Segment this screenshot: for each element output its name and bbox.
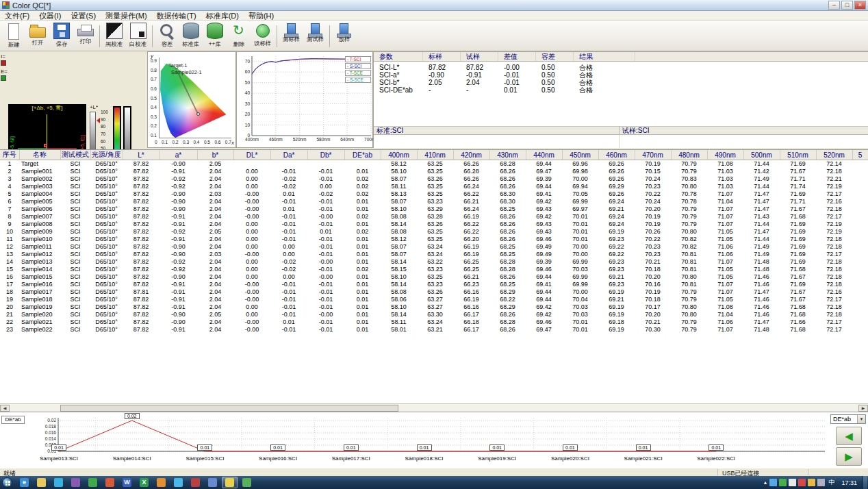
- start-button[interactable]: [2, 477, 12, 488]
- column-header[interactable]: b*: [197, 150, 233, 160]
- menu-item[interactable]: 设置(S): [66, 11, 101, 20]
- tray-expand-icon[interactable]: ▲: [763, 480, 768, 485]
- table-row[interactable]: 20Sample019SCID65/10°87.82-0.912.040.00-…: [0, 303, 868, 311]
- column-header[interactable]: L*: [123, 150, 159, 160]
- load-sample-button[interactable]: 放样: [332, 22, 356, 51]
- column-header[interactable]: 400nm: [381, 150, 417, 160]
- legend-item[interactable]: - S-SCE: [345, 77, 371, 83]
- measure-standard-button[interactable]: 测标样: [279, 22, 303, 51]
- append-library-button[interactable]: ++库: [203, 22, 227, 51]
- column-header[interactable]: 520nm: [816, 150, 852, 160]
- taskbar-app-button[interactable]: [102, 477, 118, 488]
- taskbar-excel-button[interactable]: X: [136, 477, 152, 488]
- column-header[interactable]: DE*ab: [344, 150, 381, 160]
- column-header[interactable]: 450nm: [562, 150, 598, 160]
- table-row[interactable]: 5Sample004SCID65/10°87.82-0.902.03-0.000…: [0, 190, 868, 198]
- menu-item[interactable]: 文件(F): [0, 11, 34, 20]
- table-row[interactable]: 11Sample010SCID65/10°87.82-0.912.040.00-…: [0, 236, 868, 243]
- column-header[interactable]: Db*: [307, 150, 344, 160]
- legend-item[interactable]: - T-SCI: [345, 56, 371, 62]
- table-row[interactable]: 1TargetSCID65/10°87.82-0.902.0558.1263.2…: [0, 160, 868, 168]
- tolerance-button[interactable]: 容差: [155, 22, 179, 51]
- column-header[interactable]: 480nm: [671, 150, 707, 160]
- taskbar-app-button[interactable]: [68, 477, 84, 488]
- scrollbar-thumb[interactable]: [60, 405, 398, 412]
- open-file-button[interactable]: 打开: [25, 22, 49, 51]
- column-header[interactable]: 光源/角度: [90, 150, 123, 160]
- ime-indicator[interactable]: 中: [827, 478, 836, 487]
- tray-icon[interactable]: [817, 479, 825, 486]
- new-file-button[interactable]: 新建: [1, 22, 25, 51]
- taskbar-app-button[interactable]: [153, 477, 169, 488]
- table-row[interactable]: 12Sample011SCID65/10°87.82-0.902.040.000…: [0, 243, 868, 251]
- column-header[interactable]: 470nm: [635, 150, 671, 160]
- print-button[interactable]: 打印: [73, 22, 97, 51]
- next-sample-button[interactable]: ▶: [836, 447, 862, 466]
- save-button[interactable]: 保存: [49, 22, 73, 51]
- table-row[interactable]: 23Sample022SCID65/10°87.82-0.912.04-0.00…: [0, 326, 868, 334]
- scroll-left-arrow[interactable]: ◀: [0, 405, 10, 412]
- table-row[interactable]: 6Sample005SCID65/10°87.82-0.902.04-0.00-…: [0, 198, 868, 205]
- tray-icon[interactable]: [779, 479, 787, 486]
- menu-item[interactable]: 测量操作(M): [101, 11, 152, 20]
- taskbar-word-button[interactable]: W: [119, 477, 135, 488]
- taskbar-colorqc-button[interactable]: [222, 477, 238, 488]
- black-calibration-button[interactable]: 黑校准: [102, 22, 126, 51]
- column-header[interactable]: 510nm: [780, 150, 816, 160]
- taskbar-app-button[interactable]: [239, 477, 255, 488]
- table-row[interactable]: 16Sample015SCID65/10°87.82-0.902.040.000…: [0, 273, 868, 281]
- column-header[interactable]: 序号: [0, 150, 19, 160]
- tray-icon[interactable]: [808, 479, 815, 486]
- menu-item[interactable]: 数据传输(T): [152, 11, 201, 20]
- menu-item[interactable]: 帮助(H): [244, 11, 279, 20]
- tray-icon[interactable]: [769, 479, 777, 486]
- taskbar-app-button[interactable]: [205, 477, 220, 488]
- table-row[interactable]: 3Sample002SCID65/10°87.82-0.922.040.00-0…: [0, 175, 868, 183]
- column-header[interactable]: 测试模式: [60, 150, 90, 160]
- table-row[interactable]: 19Sample018SCID65/10°87.82-0.912.04-0.00…: [0, 296, 868, 303]
- taskbar-app-button[interactable]: [188, 477, 203, 488]
- column-header[interactable]: 420nm: [453, 150, 489, 160]
- taskbar-app-button[interactable]: [85, 477, 101, 488]
- taskbar-ie-button[interactable]: e: [16, 477, 32, 488]
- column-header[interactable]: 500nm: [743, 150, 780, 160]
- delete-button[interactable]: 删除: [227, 22, 251, 51]
- table-row[interactable]: 15Sample014SCID65/10°87.82-0.922.040.00-…: [0, 266, 868, 273]
- table-row[interactable]: 4Sample003SCID65/10°87.82-0.922.040.00-0…: [0, 183, 868, 190]
- table-row[interactable]: 2Sample001SCID65/10°87.82-0.912.040.00-0…: [0, 168, 868, 175]
- legend-item[interactable]: - T-SCE: [345, 70, 371, 76]
- taskbar-media-button[interactable]: [51, 477, 66, 488]
- taskbar-clock[interactable]: 17:31: [841, 479, 857, 486]
- column-header[interactable]: a*: [159, 150, 197, 160]
- measure-sample-button[interactable]: 测试样: [303, 22, 327, 51]
- table-row[interactable]: 14Sample013SCID65/10°87.82-0.922.040.00-…: [0, 258, 868, 266]
- taskbar-explorer-button[interactable]: [34, 477, 49, 488]
- legend-item[interactable]: - S-SCI: [345, 63, 371, 69]
- tray-icon[interactable]: [789, 479, 796, 486]
- taskbar-qq-button[interactable]: [170, 477, 186, 488]
- white-calibration-button[interactable]: 白校准: [126, 22, 150, 51]
- column-header[interactable]: 490nm: [707, 150, 743, 160]
- table-row[interactable]: 22Sample021SCID65/10°87.82-0.902.04-0.00…: [0, 318, 868, 326]
- column-header[interactable]: 430nm: [489, 150, 526, 160]
- menu-item[interactable]: 仪器(I): [34, 11, 66, 20]
- column-header[interactable]: Da*: [270, 150, 307, 160]
- table-row[interactable]: 8Sample007SCID65/10°87.82-0.912.04-0.00-…: [0, 213, 868, 221]
- column-header[interactable]: 名称: [19, 150, 60, 160]
- horizontal-scrollbar[interactable]: ◀ ▶: [0, 403, 868, 412]
- show-desktop-button[interactable]: [863, 476, 867, 489]
- table-row[interactable]: 13Sample012SCID65/10°87.82-0.902.03-0.00…: [0, 251, 868, 258]
- table-row[interactable]: 18Sample017SCID65/10°87.81-0.912.04-0.00…: [0, 288, 868, 296]
- trend-metric-selector[interactable]: DE*ab ▼: [830, 414, 866, 424]
- table-row[interactable]: 17Sample016SCID65/10°87.82-0.912.04-0.00…: [0, 281, 868, 288]
- maximize-button[interactable]: □: [841, 1, 853, 10]
- column-header[interactable]: 5: [852, 150, 868, 160]
- table-row[interactable]: 21Sample020SCID65/10°87.82-0.902.050.00-…: [0, 311, 868, 318]
- standard-library-button[interactable]: 标准库: [179, 22, 203, 51]
- table-row[interactable]: 7Sample006SCID65/10°87.82-0.902.04-0.000…: [0, 205, 868, 213]
- set-standard-button[interactable]: 设标样: [251, 22, 275, 51]
- table-row[interactable]: 10Sample009SCID65/10°87.82-0.922.050.00-…: [0, 228, 868, 236]
- table-row[interactable]: 9Sample008SCID65/10°87.82-0.912.040.00-0…: [0, 221, 868, 228]
- tray-icon[interactable]: [798, 479, 806, 486]
- scroll-right-arrow[interactable]: ▶: [858, 405, 868, 412]
